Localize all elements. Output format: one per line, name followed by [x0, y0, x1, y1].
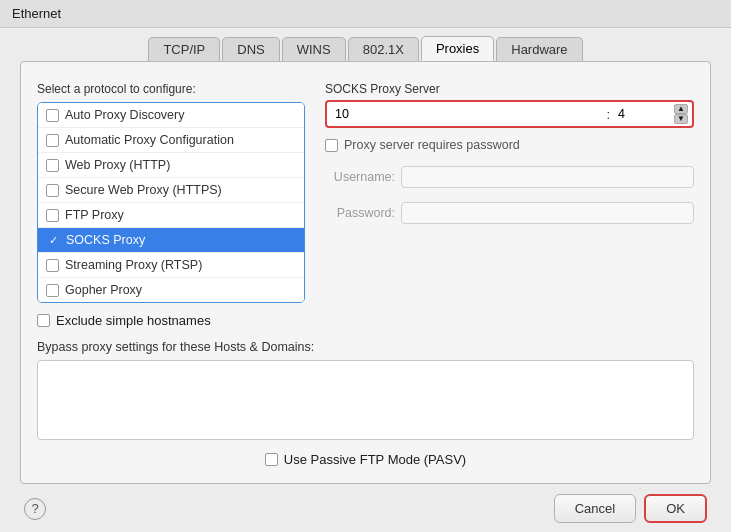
protocol-item-socks-proxy[interactable]: ✓SOCKS Proxy [38, 228, 304, 253]
server-input-row: : ▲ ▼ [325, 100, 694, 128]
exclude-hostnames-label: Exclude simple hostnames [56, 313, 211, 328]
passive-ftp-label: Use Passive FTP Mode (PASV) [284, 452, 466, 467]
colon-separator: : [606, 107, 610, 122]
protocol-label-secure-web-proxy-https: Secure Web Proxy (HTTPS) [65, 183, 222, 197]
cancel-button[interactable]: Cancel [554, 494, 636, 523]
protocol-list: Auto Proxy DiscoveryAutomatic Proxy Conf… [37, 102, 305, 303]
protocol-label-streaming-proxy-rtsp: Streaming Proxy (RTSP) [65, 258, 202, 272]
password-checkbox[interactable] [325, 139, 338, 152]
protocol-item-auto-proxy-discovery[interactable]: Auto Proxy Discovery [38, 103, 304, 128]
port-increment-button[interactable]: ▲ [674, 104, 688, 114]
protocol-item-secure-web-proxy-https[interactable]: Secure Web Proxy (HTTPS) [38, 178, 304, 203]
password-check-label: Proxy server requires password [344, 138, 520, 152]
protocol-checkbox-secure-web-proxy-https[interactable] [46, 184, 59, 197]
left-panel: Select a protocol to configure: Auto Pro… [37, 82, 305, 303]
title-bar: Ethernet [0, 0, 731, 28]
protocol-checkbox-auto-proxy-discovery[interactable] [46, 109, 59, 122]
bottom-buttons: ? Cancel OK [0, 484, 731, 532]
protocol-checkbox-gopher-proxy[interactable] [46, 284, 59, 297]
tabs-row: TCP/IPDNSWINS802.1XProxiesHardware [0, 28, 731, 61]
protocol-checkbox-automatic-proxy-configuration[interactable] [46, 134, 59, 147]
title-bar-text: Ethernet [12, 6, 61, 21]
protocol-item-ftp-proxy[interactable]: FTP Proxy [38, 203, 304, 228]
password-label: Password: [325, 206, 395, 220]
server-address-input[interactable] [331, 105, 600, 123]
port-decrement-button[interactable]: ▼ [674, 114, 688, 124]
password-row: Password: [325, 202, 694, 224]
protocol-label-web-proxy-http: Web Proxy (HTTP) [65, 158, 170, 172]
passive-ftp-checkbox[interactable] [265, 453, 278, 466]
help-button[interactable]: ? [24, 498, 46, 520]
protocol-label-socks-proxy: SOCKS Proxy [66, 233, 145, 247]
bottom-section: Exclude simple hostnames Bypass proxy se… [37, 303, 694, 467]
bypass-label: Bypass proxy settings for these Hosts & … [37, 340, 694, 354]
protocol-item-web-proxy-http[interactable]: Web Proxy (HTTP) [38, 153, 304, 178]
exclude-hostnames-checkbox[interactable] [37, 314, 50, 327]
exclude-row: Exclude simple hostnames [37, 313, 694, 328]
username-input[interactable] [401, 166, 694, 188]
bypass-textarea[interactable] [37, 360, 694, 440]
port-input[interactable] [616, 105, 666, 123]
action-buttons: Cancel OK [554, 494, 707, 523]
tab-proxies[interactable]: Proxies [421, 36, 494, 61]
tab-dns[interactable]: DNS [222, 37, 279, 61]
tab-wins[interactable]: WINS [282, 37, 346, 61]
ok-button[interactable]: OK [644, 494, 707, 523]
protocol-checkbox-ftp-proxy[interactable] [46, 209, 59, 222]
protocol-item-automatic-proxy-configuration[interactable]: Automatic Proxy Configuration [38, 128, 304, 153]
password-input[interactable] [401, 202, 694, 224]
protocol-list-label: Select a protocol to configure: [37, 82, 305, 96]
right-panel: SOCKS Proxy Server : ▲ ▼ Proxy server re… [325, 82, 694, 303]
tab-content-area: Select a protocol to configure: Auto Pro… [20, 61, 711, 484]
protocol-checkbox-streaming-proxy-rtsp[interactable] [46, 259, 59, 272]
protocol-label-automatic-proxy-configuration: Automatic Proxy Configuration [65, 133, 234, 147]
port-stepper: ▲ ▼ [674, 104, 688, 124]
protocol-item-gopher-proxy[interactable]: Gopher Proxy [38, 278, 304, 302]
tab-tcp-ip[interactable]: TCP/IP [148, 37, 220, 61]
username-label: Username: [325, 170, 395, 184]
protocol-label-gopher-proxy: Gopher Proxy [65, 283, 142, 297]
selected-check-icon: ✓ [46, 233, 60, 247]
password-check-row: Proxy server requires password [325, 138, 694, 152]
protocol-checkbox-web-proxy-http[interactable] [46, 159, 59, 172]
username-row: Username: [325, 166, 694, 188]
passive-ftp-row: Use Passive FTP Mode (PASV) [37, 452, 694, 467]
server-section-label: SOCKS Proxy Server [325, 82, 694, 96]
tab-hardware[interactable]: Hardware [496, 37, 582, 61]
tab-802-1x[interactable]: 802.1X [348, 37, 419, 61]
protocol-label-ftp-proxy: FTP Proxy [65, 208, 124, 222]
protocol-item-streaming-proxy-rtsp[interactable]: Streaming Proxy (RTSP) [38, 253, 304, 278]
protocol-label-auto-proxy-discovery: Auto Proxy Discovery [65, 108, 184, 122]
